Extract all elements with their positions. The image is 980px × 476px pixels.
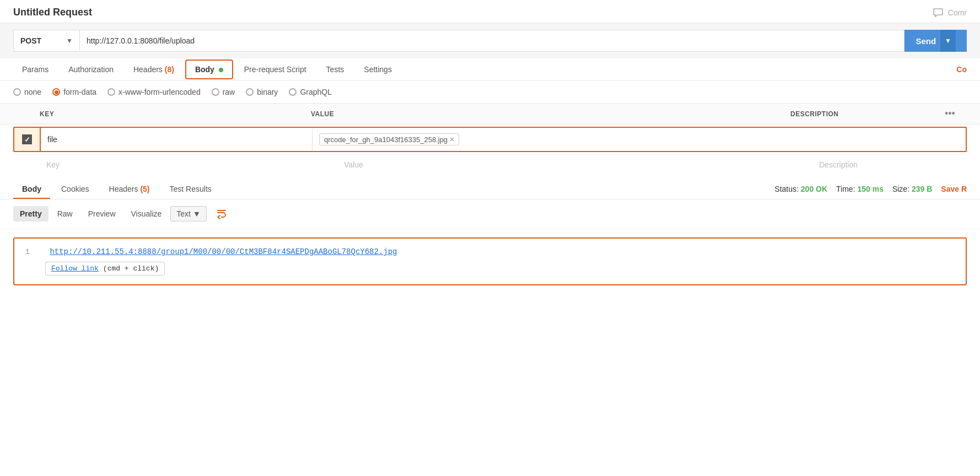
radio-raw[interactable]: raw — [212, 88, 235, 96]
radio-graphql-icon — [289, 88, 297, 96]
status-label: Status: 200 OK — [774, 185, 827, 193]
resp-tab-test-results[interactable]: Test Results — [161, 179, 220, 199]
method-chevron-icon: ▼ — [66, 37, 73, 45]
radio-none-icon — [13, 88, 21, 96]
tab-body[interactable]: Body — [185, 60, 233, 79]
radio-urlencoded[interactable]: x-www-form-urlencoded — [107, 88, 201, 96]
request-title: Untitled Request — [13, 7, 92, 18]
wrap-button[interactable] — [213, 205, 231, 223]
send-label: Send — [916, 36, 936, 46]
radio-urlencoded-icon — [107, 88, 115, 96]
tab-prerequest[interactable]: Pre-request Script — [235, 58, 315, 80]
view-tab-pretty[interactable]: Pretty — [13, 206, 49, 221]
time-value: 150 ms — [857, 185, 883, 193]
col-key-header: KEY — [13, 110, 311, 118]
response-body-inner: 1 http://10.211.55.4:8888/group1/M00/00/… — [13, 237, 967, 285]
format-selector[interactable]: Text ▼ — [170, 206, 207, 221]
status-value: 200 OK — [801, 185, 827, 193]
size-value: 239 B — [912, 185, 932, 193]
body-active-dot — [219, 68, 223, 72]
url-input[interactable] — [79, 30, 904, 52]
placeholder-description[interactable]: Description — [812, 155, 967, 175]
resp-tab-body[interactable]: Body — [13, 179, 50, 199]
send-dropdown-icon[interactable]: ▼ — [940, 30, 956, 52]
title-bar-right: Comr — [933, 7, 967, 18]
tab-params[interactable]: Params — [13, 58, 57, 80]
app-container: Untitled Request Comr POST ▼ Send ▼ Para… — [0, 0, 980, 476]
file-value-badge: qrcode_for_gh_9a1043f16335_258.jpg × — [319, 133, 459, 145]
radio-form-data[interactable]: form-data — [52, 88, 96, 96]
resp-headers-badge: (5) — [140, 185, 149, 193]
follow-link-tooltip: Follow link (cmd + click) — [45, 262, 955, 275]
view-tab-raw[interactable]: Raw — [51, 206, 79, 221]
save-response-button[interactable]: Save R — [941, 185, 967, 193]
response-line-1: 1 http://10.211.55.4:8888/group1/M00/00/… — [25, 247, 955, 256]
radio-binary-icon — [246, 88, 254, 96]
response-status-area: Status: 200 OK Time: 150 ms Size: 239 B … — [774, 185, 967, 193]
placeholder-key[interactable]: Key — [40, 155, 337, 175]
tab-tests[interactable]: Tests — [317, 58, 353, 80]
view-tab-preview[interactable]: Preview — [82, 206, 122, 221]
response-body: 1 http://10.211.55.4:8888/group1/M00/00/… — [0, 229, 980, 294]
tab-co-label: Co — [956, 58, 967, 80]
more-options-icon[interactable]: ••• — [945, 108, 955, 119]
row-checkbox[interactable]: ✓ — [14, 128, 41, 151]
view-tab-visualize[interactable]: Visualize — [125, 206, 169, 221]
table-row: ✓ file qrcode_for_gh_9a1043f16335_258.jp… — [13, 127, 967, 152]
row-key-field[interactable]: file — [41, 129, 312, 149]
radio-binary[interactable]: binary — [246, 88, 278, 96]
request-tabs: Params Authorization Headers (8) Body Pr… — [0, 58, 980, 81]
send-button[interactable]: Send ▼ — [904, 30, 967, 52]
request-bar: POST ▼ Send ▼ — [0, 23, 980, 58]
time-label: Time: 150 ms — [836, 185, 884, 193]
file-remove-icon[interactable]: × — [450, 135, 454, 144]
size-label: Size: 239 B — [892, 185, 932, 193]
view-tabs-row: Pretty Raw Preview Visualize Text ▼ — [0, 199, 980, 229]
response-tabs: Body Cookies Headers (5) Test Results St… — [0, 179, 980, 199]
resp-tab-cookies[interactable]: Cookies — [52, 179, 98, 199]
placeholder-row: Key Value Description — [13, 154, 967, 175]
col-desc-header: DESCRIPTION — [790, 110, 945, 118]
comment-label: Comr — [948, 8, 967, 17]
format-chevron-icon: ▼ — [193, 209, 201, 218]
body-type-row: none form-data x-www-form-urlencoded raw… — [0, 81, 980, 104]
radio-none[interactable]: none — [13, 88, 41, 96]
radio-graphql[interactable]: GraphQL — [289, 88, 332, 96]
resp-tab-headers[interactable]: Headers (5) — [100, 179, 159, 199]
line-number-1: 1 — [25, 248, 36, 256]
col-value-header: VALUE — [311, 110, 790, 118]
tab-settings[interactable]: Settings — [355, 58, 401, 80]
row-description-field[interactable] — [811, 134, 966, 145]
headers-badge: (8) — [165, 65, 174, 74]
tab-authorization[interactable]: Authorization — [60, 58, 122, 80]
response-url-link[interactable]: http://10.211.55.4:8888/group1/M00/00/00… — [50, 247, 397, 256]
checkbox-checked-icon[interactable]: ✓ — [22, 134, 32, 144]
wrap-icon — [216, 208, 228, 220]
method-label: POST — [20, 36, 41, 45]
radio-raw-icon — [212, 88, 219, 96]
row-value-field[interactable]: qrcode_for_gh_9a1043f16335_258.jpg × — [312, 128, 811, 151]
comment-icon — [933, 7, 944, 18]
form-table-header: KEY VALUE DESCRIPTION ••• — [0, 104, 980, 125]
method-selector[interactable]: POST ▼ — [13, 30, 79, 52]
radio-form-data-icon — [52, 88, 60, 96]
follow-link-button[interactable]: Follow link — [51, 264, 99, 273]
title-bar: Untitled Request Comr — [0, 0, 980, 23]
tab-headers[interactable]: Headers (8) — [125, 58, 183, 80]
placeholder-value[interactable]: Value — [337, 155, 812, 175]
col-actions-header: ••• — [945, 108, 967, 120]
follow-link-hint: (cmd + click) — [103, 264, 159, 273]
